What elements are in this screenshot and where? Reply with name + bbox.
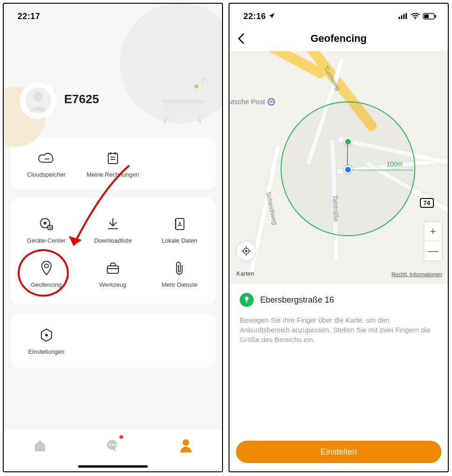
svg-rect-23 <box>49 226 50 229</box>
svg-rect-17 <box>108 153 118 164</box>
zoom-in-button[interactable]: + <box>424 222 442 241</box>
tile-download-list[interactable]: Downloadliste <box>79 208 146 252</box>
tile-toolbox[interactable]: Werkzeug <box>79 252 146 296</box>
map-zoom-control: + — <box>424 221 442 261</box>
instruction-text: Bewegen Sie Ihre Finger über die Karte, … <box>229 309 448 344</box>
tile-settings[interactable]: Einstellungen <box>13 324 79 358</box>
svg-line-11 <box>199 118 201 123</box>
status-bar: 22:16 <box>229 4 448 26</box>
svg-rect-57 <box>246 299 247 303</box>
map-legal-link[interactable]: Rechtl. Informationen <box>392 271 442 277</box>
svg-rect-24 <box>51 226 52 229</box>
toolbox-icon <box>105 260 120 277</box>
svg-rect-42 <box>399 17 400 19</box>
map-poi-label: utsche Post ✉ <box>229 98 275 106</box>
settings-icon <box>39 327 54 344</box>
radius-value: 100m <box>386 160 403 168</box>
card-settings: Einstellungen <box>10 313 216 368</box>
tile-cloud-storage[interactable]: Cloudspeicher <box>13 147 79 181</box>
geofence-center-handle[interactable] <box>344 138 352 146</box>
svg-point-31 <box>179 222 181 224</box>
svg-line-10 <box>164 118 166 123</box>
poi-marker-icon: ✉ <box>268 98 275 106</box>
address-row: Ebersbergstraße 16 <box>229 284 448 309</box>
svg-rect-9 <box>162 99 203 103</box>
card-account: Cloudspeicher Meine Rechnungen <box>10 137 216 190</box>
avatar[interactable] <box>20 82 57 119</box>
back-button[interactable] <box>237 33 250 46</box>
confirm-button[interactable]: Einstellen <box>236 441 441 463</box>
tile-local-data[interactable]: Lokale Daten <box>146 208 213 252</box>
tile-geofencing[interactable]: Geofencing <box>13 252 79 296</box>
map-view[interactable]: utsche Post ✉ Turmweg Scheidtweg Talstra… <box>229 51 448 284</box>
svg-point-38 <box>109 444 111 446</box>
nav-bar: Geofencing <box>229 26 448 51</box>
map-attribution: Karten <box>235 270 254 277</box>
cloud-icon <box>38 150 55 166</box>
attachment-icon <box>174 260 185 277</box>
location-pin-icon <box>40 260 53 277</box>
screen-profile: 22:17 <box>3 3 223 472</box>
svg-rect-22 <box>48 225 52 230</box>
screen-geofencing: 22:16 Geofencing <box>229 3 449 472</box>
svg-rect-33 <box>107 266 118 273</box>
tile-device-center[interactable]: Geräte-Center <box>13 208 79 252</box>
svg-point-12 <box>190 83 201 94</box>
svg-point-41 <box>183 439 189 446</box>
svg-rect-49 <box>424 14 429 18</box>
svg-point-40 <box>115 444 117 446</box>
user-name: E7625 <box>64 92 99 106</box>
svg-point-46 <box>415 18 416 20</box>
recenter-button[interactable] <box>236 241 256 261</box>
status-time: 22:17 <box>18 12 40 21</box>
location-services-icon <box>269 13 275 20</box>
tile-my-bills[interactable]: Meine Rechnungen <box>79 147 146 181</box>
svg-point-39 <box>112 444 114 446</box>
receipt-icon <box>106 150 120 166</box>
home-indicator <box>78 465 148 468</box>
svg-rect-45 <box>406 13 407 19</box>
profile-header: E7625 <box>4 26 222 128</box>
tab-profile-active[interactable] <box>177 436 195 455</box>
svg-rect-43 <box>401 15 402 19</box>
svg-point-21 <box>44 222 46 225</box>
road-number-badge: 74 <box>420 198 434 208</box>
svg-rect-48 <box>435 15 436 18</box>
svg-point-13 <box>195 85 198 88</box>
status-time: 22:16 <box>243 12 275 21</box>
svg-rect-44 <box>403 14 405 19</box>
card-tools: Geräte-Center Downloadliste Lokale Daten <box>10 198 216 304</box>
svg-point-36 <box>45 334 48 337</box>
tab-home[interactable] <box>31 436 49 455</box>
decoration-device-illustration <box>157 77 208 124</box>
current-location-marker <box>344 165 352 174</box>
address-text: Ebersbergstraße 16 <box>260 295 334 305</box>
zoom-out-button[interactable]: — <box>424 241 442 261</box>
tile-more-services[interactable]: Mehr Dienste <box>146 252 213 296</box>
svg-point-32 <box>45 264 48 268</box>
notification-dot-icon <box>119 435 123 439</box>
tab-messages[interactable] <box>104 436 122 455</box>
notebook-icon <box>173 216 186 232</box>
address-pin-icon <box>240 293 254 307</box>
radius-indicator <box>348 170 413 171</box>
svg-point-15 <box>33 92 43 102</box>
device-icon <box>39 216 54 232</box>
status-icons <box>399 13 437 20</box>
page-title: Geofencing <box>310 33 367 45</box>
svg-point-51 <box>245 250 247 251</box>
download-icon <box>106 216 120 232</box>
